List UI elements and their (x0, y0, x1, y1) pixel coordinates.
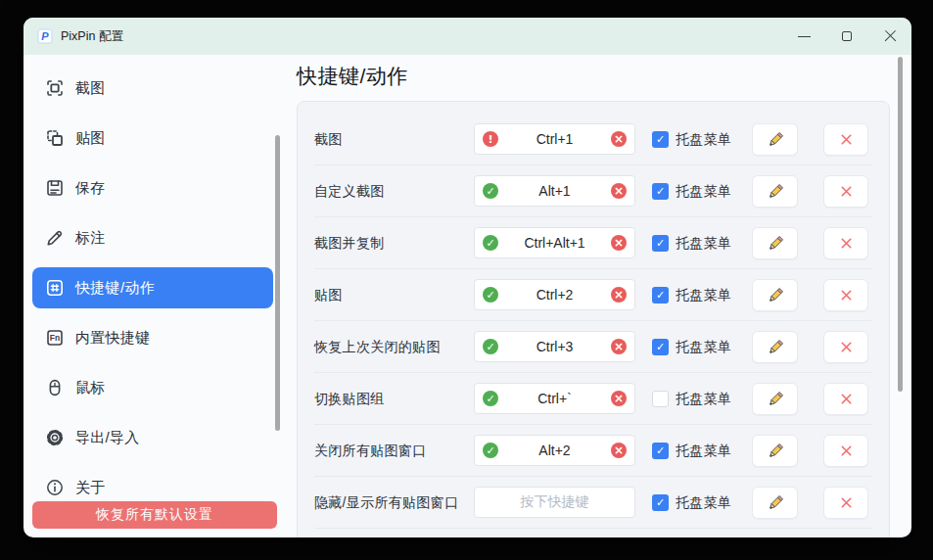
action-label: 截图 (314, 114, 343, 165)
delete-row-button[interactable] (823, 175, 868, 208)
clear-hotkey-icon[interactable]: × (611, 235, 627, 251)
tray-menu-label: 托盘菜单 (676, 165, 731, 217)
pixpin-config-window: P PixPin 配置 截图 贴图 保存 标 (23, 18, 911, 537)
edit-hotkey-button[interactable] (752, 279, 798, 311)
delete-x-icon (839, 443, 854, 458)
delete-x-icon (839, 288, 854, 303)
action-label: 自定义截图 (314, 165, 385, 217)
shortcut-row: 截图并复制 ✓ Ctrl+Alt+1 × 托盘菜单 (298, 217, 889, 269)
sidebar-item-screenshot[interactable]: 截图 (32, 68, 273, 109)
minimize-icon (798, 36, 811, 37)
action-label: 恢复上次关闭的贴图 (314, 321, 441, 373)
action-label: 切换贴图组 (314, 373, 385, 425)
edit-hotkey-button[interactable] (752, 331, 798, 363)
clear-hotkey-icon[interactable]: × (611, 183, 627, 199)
sidebar-item-label: 快捷键/动作 (75, 279, 155, 298)
edit-hotkey-button[interactable] (752, 175, 798, 208)
hotkey-input[interactable]: ✓ Ctrl+` × (474, 383, 635, 414)
edit-hotkey-button[interactable] (752, 227, 798, 259)
edit-hotkey-button[interactable] (752, 123, 798, 156)
hotkey-input[interactable]: ✓ Ctrl+3 × (474, 331, 635, 362)
tray-menu-checkbox[interactable] (652, 235, 669, 252)
tray-menu-checkbox[interactable] (652, 131, 669, 148)
tray-menu-checkbox[interactable] (652, 391, 669, 407)
hotkey-input[interactable]: ✓ Ctrl+Alt+1 × (474, 227, 635, 258)
action-label: 关闭所有贴图窗口 (314, 425, 426, 477)
content-scrollbar[interactable] (898, 57, 903, 392)
tray-menu-checkbox[interactable] (652, 183, 669, 200)
hotkey-value: 按下快捷键 (475, 493, 634, 511)
clear-hotkey-icon[interactable]: × (611, 287, 627, 303)
action-label: 贴图 (314, 269, 343, 321)
delete-row-button[interactable] (823, 435, 868, 467)
clear-hotkey-icon[interactable]: × (611, 339, 627, 354)
pencil-icon (767, 443, 784, 460)
tray-menu-label: 托盘菜单 (676, 425, 731, 477)
clear-hotkey-icon[interactable]: × (611, 131, 627, 147)
hotkey-input[interactable]: ! Ctrl+1 × (474, 123, 635, 155)
hotkey-input[interactable]: ✓ Alt+2 × (474, 435, 635, 466)
sidebar-item-label: 保存 (75, 179, 106, 198)
delete-row-button[interactable] (823, 383, 868, 415)
clear-hotkey-icon[interactable]: × (611, 443, 627, 458)
hotkey-status-icon: ✓ (483, 183, 498, 199)
sidebar-item-builtin-hotkeys[interactable]: Fn 内置快捷键 (32, 317, 273, 358)
delete-row-button[interactable] (823, 123, 868, 156)
pixpin-logo-icon: P (37, 28, 53, 44)
edit-hotkey-button[interactable] (752, 435, 798, 467)
delete-x-icon (839, 236, 854, 251)
close-button[interactable] (868, 18, 911, 55)
sidebar-item-label: 关于 (75, 479, 106, 497)
tray-menu-checkbox[interactable] (652, 287, 669, 303)
clear-hotkey-icon[interactable]: × (611, 391, 627, 406)
reset-all-defaults-button[interactable]: 恢复所有默认设置 (32, 501, 277, 529)
sidebar-item-pin[interactable]: 贴图 (32, 117, 273, 159)
delete-row-button[interactable] (823, 227, 868, 259)
tray-menu-label: 托盘菜单 (676, 477, 731, 529)
hotkey-input[interactable]: ✓ Alt+1 × (474, 175, 635, 207)
sidebar-item-label: 内置快捷键 (75, 329, 151, 348)
tray-menu-checkbox[interactable] (652, 339, 669, 355)
edit-hotkey-button[interactable] (752, 383, 798, 415)
row-divider (314, 528, 872, 529)
sidebar-item-export-import[interactable]: 导出/导入 (32, 417, 273, 458)
minimize-button[interactable] (782, 18, 825, 55)
edit-hotkey-button[interactable] (752, 487, 798, 519)
hotkey-status-icon: ✓ (483, 443, 498, 458)
tray-menu-checkbox[interactable] (652, 494, 669, 511)
delete-row-button[interactable] (823, 331, 868, 363)
maximize-button[interactable] (825, 18, 868, 55)
copy-icon (45, 128, 65, 148)
hotkey-input[interactable]: ✓ Ctrl+2 × (474, 279, 635, 310)
sidebar-item-mouse[interactable]: 鼠标 (32, 367, 273, 408)
mouse-icon (45, 378, 65, 397)
sidebar-nav: 截图 贴图 保存 标注 快捷键/动作 Fn 内置快捷键 (32, 68, 273, 508)
titlebar: P PixPin 配置 (23, 18, 911, 55)
save-icon (45, 178, 65, 198)
gear-icon (45, 428, 65, 447)
delete-row-button[interactable] (823, 279, 868, 311)
sidebar-item-annotate[interactable]: 标注 (32, 217, 273, 258)
sidebar: 截图 贴图 保存 标注 快捷键/动作 Fn 内置快捷键 (23, 55, 297, 537)
sidebar-scrollbar[interactable] (275, 135, 280, 431)
tray-menu-checkbox[interactable] (652, 443, 669, 459)
delete-row-button[interactable] (823, 487, 868, 519)
delete-x-icon (839, 495, 854, 510)
hotkey-input[interactable]: 按下快捷键 (474, 487, 635, 518)
delete-x-icon (839, 132, 854, 147)
sidebar-item-label: 导出/导入 (75, 429, 140, 447)
pencil-icon (767, 339, 784, 356)
sidebar-item-save[interactable]: 保存 (32, 167, 273, 209)
shortcut-row: 隐藏/显示所有贴图窗口 按下快捷键 托盘菜单 (298, 477, 889, 529)
sidebar-item-hotkeys-actions[interactable]: 快捷键/动作 (32, 267, 273, 308)
delete-x-icon (839, 184, 854, 199)
sidebar-item-label: 鼠标 (75, 379, 106, 397)
hash-icon (45, 278, 65, 298)
close-icon (884, 30, 897, 43)
window-controls (782, 18, 911, 55)
fn-icon: Fn (45, 328, 65, 348)
hotkey-status-icon: ✓ (483, 339, 498, 354)
shortcut-row: 截图 ! Ctrl+1 × 托盘菜单 (298, 114, 889, 165)
pencil-icon (767, 287, 784, 304)
pencil-icon (45, 228, 65, 248)
